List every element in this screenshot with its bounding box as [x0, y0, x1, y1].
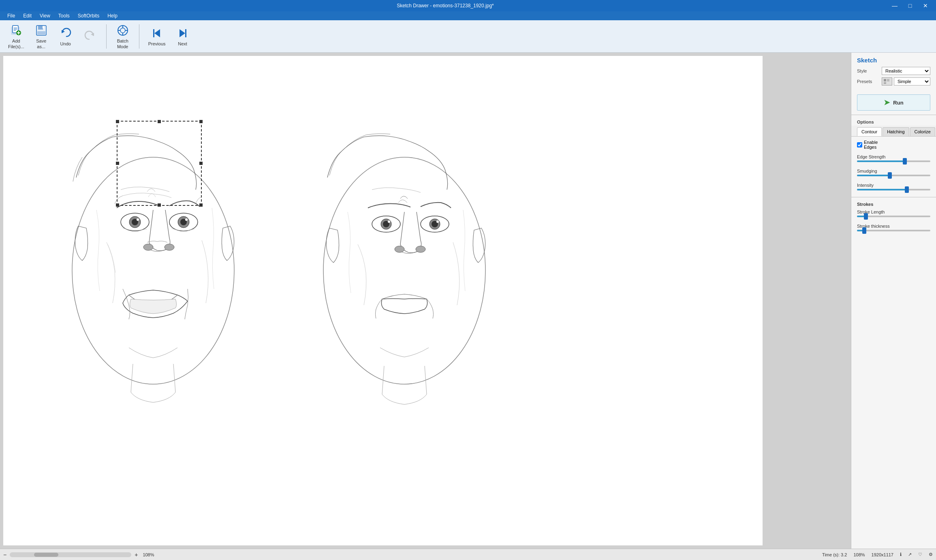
panel-divider-2: [851, 197, 936, 197]
undo-label: Undo: [60, 41, 71, 47]
enable-edges-row: EnableEdges: [857, 140, 930, 150]
canvas-area[interactable]: [0, 53, 851, 549]
right-panel: Sketch Style Realistic Cartoon Pencil Pr…: [851, 53, 936, 549]
window-controls: — □ ✕: [887, 0, 933, 11]
zoom-percent: 108%: [853, 552, 865, 557]
svg-point-32: [185, 218, 188, 221]
svg-point-15: [120, 28, 125, 33]
h-scroll[interactable]: [10, 552, 131, 557]
main-layout: Sketch Style Realistic Cartoon Pencil Pr…: [0, 53, 936, 549]
redo-button[interactable]: [79, 27, 100, 46]
svg-rect-11: [43, 26, 44, 28]
tab-hatching[interactable]: Hatching: [883, 127, 909, 136]
info-icon[interactable]: ℹ: [900, 552, 902, 557]
undo-icon: [58, 26, 73, 41]
intensity-thumb[interactable]: [905, 186, 909, 193]
add-files-button[interactable]: AddFile(s)...: [5, 21, 28, 51]
menu-file[interactable]: File: [3, 12, 19, 19]
style-row: Style Realistic Cartoon Pencil: [857, 67, 930, 75]
canvas-inner[interactable]: [3, 56, 763, 545]
smudging-track: [857, 175, 930, 176]
edge-strength-thumb[interactable]: [903, 158, 907, 165]
run-button[interactable]: ➤ Run: [857, 94, 930, 111]
menu-view[interactable]: View: [36, 12, 54, 19]
menu-edit[interactable]: Edit: [19, 12, 36, 19]
stroke-thickness-thumb[interactable]: [862, 227, 866, 234]
redo-icon: [83, 29, 97, 43]
svg-rect-10: [37, 31, 45, 34]
status-left: − + 108%: [3, 551, 154, 558]
settings-icon[interactable]: ⚙: [929, 552, 933, 557]
menu-softorbits[interactable]: SoftOrbits: [74, 12, 103, 19]
status-right: Time (s): 3.2 108% 1920x1117 ℹ ↗ ♡ ⚙: [822, 552, 933, 557]
run-icon: ➤: [884, 98, 890, 107]
svg-point-24: [72, 157, 234, 384]
left-face-sketch: [44, 88, 263, 453]
options-label: Options: [857, 120, 874, 124]
next-button[interactable]: Next: [172, 24, 193, 48]
stroke-length-section: Stroke Length: [851, 208, 936, 222]
panel-sketch-section: Sketch Style Realistic Cartoon Pencil Pr…: [851, 53, 936, 92]
tab-contour[interactable]: Contour: [857, 127, 882, 136]
zoom-level: 108%: [143, 552, 154, 557]
save-as-button[interactable]: Saveas...: [31, 21, 52, 51]
undo-button[interactable]: Undo: [55, 24, 76, 48]
svg-marker-20: [154, 29, 160, 37]
window-title: Sketch Drawer - emotions-371238_1920.jpg…: [397, 3, 494, 9]
h-scroll-thumb: [34, 553, 58, 557]
stroke-length-track: [857, 216, 930, 217]
zoom-out-icon[interactable]: −: [3, 551, 6, 558]
share-icon[interactable]: ↗: [908, 552, 912, 557]
options-section: Options: [851, 117, 936, 126]
tab-colorize[interactable]: Colorize: [910, 127, 935, 136]
smudging-thumb[interactable]: [888, 172, 892, 179]
close-button[interactable]: ✕: [918, 0, 933, 11]
intensity-fill: [857, 189, 907, 190]
toolbar-separator-2: [139, 24, 139, 49]
right-face-sketch: [295, 88, 514, 453]
previous-button[interactable]: Previous: [145, 24, 169, 48]
maximize-button[interactable]: □: [903, 0, 917, 11]
svg-point-45: [416, 246, 425, 252]
next-label: Next: [178, 41, 187, 47]
style-select[interactable]: Realistic Cartoon Pencil: [882, 67, 930, 75]
next-icon: [175, 26, 190, 41]
svg-point-28: [137, 218, 139, 221]
menu-help[interactable]: Help: [103, 12, 122, 19]
strokes-label: Strokes: [857, 202, 873, 207]
menu-tools[interactable]: Tools: [54, 12, 74, 19]
tab-row: Contour Hatching Colorize: [851, 126, 936, 137]
svg-point-33: [143, 244, 153, 250]
smudging-section: Smudging: [851, 167, 936, 181]
svg-rect-21: [153, 29, 154, 37]
svg-point-34: [165, 244, 174, 250]
enable-edges-checkbox[interactable]: [857, 142, 862, 147]
resolution-display: 1920x1117: [872, 552, 893, 557]
batch-mode-button[interactable]: BatchMode: [112, 21, 133, 51]
minimize-button[interactable]: —: [887, 0, 902, 11]
stroke-length-thumb[interactable]: [864, 213, 868, 220]
zoom-in-icon[interactable]: +: [135, 551, 138, 558]
edge-strength-fill: [857, 160, 905, 162]
social-icon[interactable]: ♡: [918, 552, 922, 557]
edge-strength-track: [857, 160, 930, 162]
batch-mode-label: BatchMode: [117, 38, 128, 49]
smudging-fill: [857, 175, 890, 176]
run-label: Run: [893, 100, 903, 106]
intensity-section: Intensity: [851, 181, 936, 195]
svg-point-43: [436, 220, 439, 223]
stroke-thickness-label: Stroke thickness: [857, 224, 930, 229]
svg-rect-9: [38, 26, 43, 30]
menu-bar: File Edit View Tools SoftOrbits Help: [0, 11, 936, 20]
panel-title: Sketch: [857, 57, 930, 64]
svg-point-39: [388, 220, 390, 223]
edge-strength-section: Edge Strength: [851, 153, 936, 167]
status-bar: − + 108% Time (s): 3.2 108% 1920x1117 ℹ …: [0, 549, 936, 560]
presets-icon[interactable]: [882, 77, 892, 85]
title-bar: Sketch Drawer - emotions-371238_1920.jpg…: [0, 0, 936, 11]
save-as-label: Saveas...: [36, 38, 46, 49]
svg-point-35: [323, 157, 485, 384]
enable-edges-label: EnableEdges: [864, 140, 878, 150]
time-display: Time (s): 3.2: [822, 552, 847, 557]
presets-select[interactable]: Simple Complex Detailed: [894, 77, 930, 85]
